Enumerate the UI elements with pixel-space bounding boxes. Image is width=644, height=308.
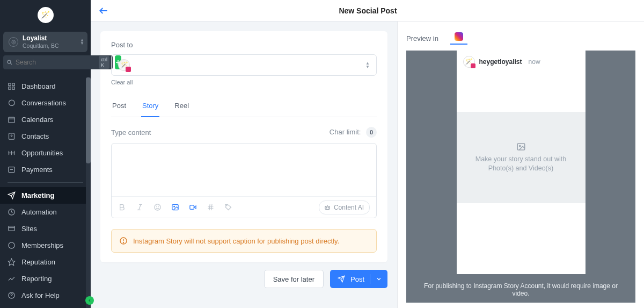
hashtag-icon[interactable] bbox=[207, 203, 215, 211]
svg-point-31 bbox=[158, 206, 159, 206]
svg-rect-7 bbox=[12, 87, 14, 89]
nav-conversations[interactable]: Conversations bbox=[0, 95, 91, 111]
org-switcher[interactable]: ◎ Loyalist Coquitlam, BC ▲▼ bbox=[3, 32, 87, 52]
content-ai-button[interactable]: Content AI bbox=[319, 200, 370, 214]
help-icon bbox=[6, 291, 16, 299]
tag-icon[interactable] bbox=[224, 203, 232, 211]
page-title: New Social Post bbox=[109, 6, 636, 15]
nav-ask-for-help[interactable]: Ask for Help bbox=[0, 287, 91, 304]
post-button-label: Post bbox=[350, 275, 364, 283]
preview-panel: Preview in 🪄 heygetloyalist now bbox=[397, 22, 644, 308]
automation-icon bbox=[6, 208, 16, 216]
org-name: Loyalist bbox=[23, 35, 59, 42]
memberships-icon bbox=[6, 241, 16, 249]
search-input[interactable] bbox=[16, 59, 96, 66]
svg-rect-8 bbox=[8, 117, 14, 123]
type-content-label: Type content bbox=[111, 128, 151, 137]
nav-sites[interactable]: Sites bbox=[0, 220, 91, 237]
nav-memberships[interactable]: Memberships bbox=[0, 237, 91, 254]
post-to-select[interactable]: 🪄 ▲▼ bbox=[111, 54, 377, 76]
tab-reel[interactable]: Reel bbox=[173, 96, 190, 117]
preview-in-label: Preview in bbox=[406, 34, 438, 42]
svg-point-21 bbox=[8, 242, 14, 248]
preview-channel-instagram[interactable] bbox=[455, 32, 463, 45]
nav-label: Calendars bbox=[21, 116, 53, 124]
post-to-label: Post to bbox=[111, 41, 377, 49]
post-button[interactable]: Post bbox=[330, 270, 387, 288]
preview-avatar-icon: 🪄 bbox=[463, 56, 475, 68]
app-logo: 🪄 bbox=[38, 7, 54, 23]
content-ai-label: Content AI bbox=[334, 204, 364, 211]
svg-rect-6 bbox=[8, 87, 10, 89]
char-limit-value: 0 bbox=[366, 127, 377, 138]
tab-story[interactable]: Story bbox=[141, 96, 159, 117]
svg-point-43 bbox=[328, 207, 328, 208]
send-icon bbox=[338, 275, 345, 283]
editor-toolbar: Content AI bbox=[112, 196, 376, 218]
svg-line-1 bbox=[10, 63, 12, 65]
nav-label: Payments bbox=[21, 166, 53, 174]
back-button[interactable] bbox=[98, 5, 109, 16]
chat-icon bbox=[6, 99, 16, 107]
content-editor[interactable]: Content AI bbox=[111, 143, 377, 218]
chevron-down-icon[interactable] bbox=[376, 276, 382, 282]
contacts-icon bbox=[6, 132, 16, 140]
topbar: New Social Post bbox=[91, 0, 644, 22]
account-avatar-icon: 🪄 bbox=[118, 59, 130, 71]
nav-label: Dashboard bbox=[21, 82, 56, 90]
chevron-updown-icon: ▲▼ bbox=[365, 61, 370, 69]
calendar-icon bbox=[6, 116, 16, 124]
svg-marker-22 bbox=[8, 259, 15, 266]
nav-contacts[interactable]: Contacts bbox=[0, 128, 91, 145]
sidebar: 🪄 ◎ Loyalist Coquitlam, BC ▲▼ ctrl K Das… bbox=[0, 0, 91, 308]
nav-separator bbox=[8, 182, 83, 183]
send-icon bbox=[6, 191, 16, 199]
image-icon bbox=[516, 142, 526, 152]
preview-username: heygetloyalist bbox=[479, 58, 522, 66]
nav-label: Sites bbox=[21, 225, 37, 233]
svg-point-11 bbox=[11, 135, 12, 137]
story-media-placeholder: Make your story stand out with Photo(s) … bbox=[457, 112, 586, 203]
svg-line-28 bbox=[139, 205, 141, 210]
nav-marketing[interactable]: Marketing bbox=[0, 187, 91, 204]
svg-rect-5 bbox=[12, 83, 14, 85]
nav-reporting[interactable]: Reporting bbox=[0, 270, 91, 287]
emoji-icon[interactable] bbox=[153, 203, 162, 211]
svg-line-39 bbox=[211, 204, 212, 210]
nav-label: Marketing bbox=[21, 191, 54, 199]
main: New Social Post Post to 🪄 ▲▼ Clear all P… bbox=[91, 0, 644, 308]
svg-point-29 bbox=[155, 204, 160, 210]
nav-opportunities[interactable]: Opportunities bbox=[0, 145, 91, 161]
app-logo-row: 🪄 bbox=[0, 0, 91, 30]
collapse-sidebar-button[interactable] bbox=[85, 296, 94, 305]
svg-point-49 bbox=[519, 146, 520, 147]
nav-automation[interactable]: Automation bbox=[0, 204, 91, 220]
bold-icon[interactable] bbox=[118, 203, 126, 211]
post-type-tabs: Post Story Reel bbox=[111, 96, 377, 117]
sites-icon bbox=[6, 225, 16, 233]
story-preview-card: 🪄 heygetloyalist now Make your story sta… bbox=[457, 51, 586, 274]
video-icon[interactable] bbox=[189, 203, 197, 211]
preview-footer-note: For publishing to Instagram Story Accoun… bbox=[406, 273, 635, 299]
nav-payments[interactable]: Payments bbox=[0, 161, 91, 178]
nav-label: Conversations bbox=[21, 99, 66, 107]
star-icon bbox=[6, 258, 16, 266]
nav-settings[interactable]: Settings bbox=[0, 304, 91, 308]
nav-reputation[interactable]: Reputation bbox=[0, 254, 91, 270]
chartline-icon bbox=[6, 275, 16, 283]
sidebar-scrollbar-thumb[interactable] bbox=[86, 77, 91, 163]
payments-icon bbox=[6, 166, 16, 174]
italic-icon[interactable] bbox=[136, 203, 144, 211]
svg-point-30 bbox=[156, 206, 157, 206]
image-icon[interactable] bbox=[171, 203, 179, 211]
global-search[interactable]: ctrl K bbox=[3, 55, 113, 69]
svg-rect-19 bbox=[8, 226, 14, 231]
nav-label: Reporting bbox=[21, 275, 52, 283]
nav-dashboard[interactable]: Dashboard bbox=[0, 78, 91, 95]
sidebar-scrollbar-track bbox=[86, 77, 91, 308]
org-location: Coquitlam, BC bbox=[23, 42, 59, 49]
save-for-later-button[interactable]: Save for later bbox=[264, 270, 324, 288]
nav-calendars[interactable]: Calendars bbox=[0, 111, 91, 128]
clear-all-link[interactable]: Clear all bbox=[111, 79, 377, 85]
tab-post[interactable]: Post bbox=[111, 96, 127, 117]
